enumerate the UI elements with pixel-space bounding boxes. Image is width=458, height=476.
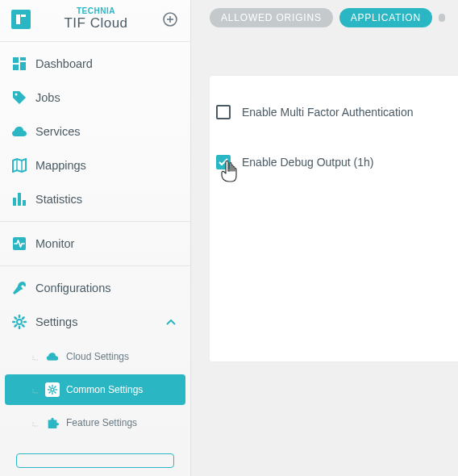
tree-connector-icon — [32, 353, 40, 361]
svg-rect-12 — [13, 198, 16, 206]
cloud-icon — [11, 123, 27, 140]
tab-bar: ALLOWED ORIGINS APPLICATION — [210, 0, 458, 35]
sub-item-label: Common Settings — [66, 384, 143, 395]
sub-item-label: Feature Settings — [66, 417, 137, 428]
gear-icon — [11, 314, 27, 330]
option-debug[interactable]: Enable Debug Output (1h) — [216, 150, 458, 174]
puzzle-icon — [45, 415, 60, 430]
sidebar-item-label: Services — [35, 125, 81, 138]
svg-rect-13 — [18, 193, 21, 206]
option-mfa[interactable]: Enable Multi Factor Authentication — [216, 100, 458, 124]
svg-rect-7 — [20, 62, 26, 70]
sidebar-item-label: Monitor — [35, 237, 74, 250]
pulse-icon — [11, 236, 27, 252]
settings-panel: Enable Multi Factor Authentication Enabl… — [210, 76, 458, 361]
nav-section-monitor: Monitor — [0, 222, 190, 266]
map-icon — [11, 157, 27, 173]
sidebar-item-label: Settings — [35, 315, 77, 328]
sub-item-cloud-settings[interactable]: Cloud Settings — [5, 341, 185, 372]
svg-point-17 — [51, 388, 54, 391]
tree-connector-icon — [32, 386, 40, 394]
nav-section-main: Dashboard Jobs Services Mappings Statist… — [0, 42, 190, 222]
sidebar-item-label: Configurations — [35, 282, 111, 294]
cloud-icon — [45, 349, 60, 364]
sidebar-item-label: Dashboard — [35, 57, 93, 70]
sidebar-item-statistics[interactable]: Statistics — [0, 182, 190, 216]
sidebar-item-label: Jobs — [35, 91, 60, 104]
brand-bottom: TIF Cloud — [31, 15, 161, 31]
sidebar-item-mappings[interactable]: Mappings — [0, 148, 190, 182]
sidebar-item-monitor[interactable]: Monitor — [0, 227, 190, 261]
main-content: ALLOWED ORIGINS APPLICATION Enable Multi… — [210, 0, 458, 476]
tab-overflow[interactable] — [439, 14, 445, 22]
sidebar-item-settings[interactable]: Settings — [0, 305, 190, 339]
checkbox-unchecked-icon[interactable] — [216, 105, 231, 119]
wrench-icon — [11, 280, 27, 296]
tab-allowed-origins[interactable]: ALLOWED ORIGINS — [210, 8, 333, 27]
sub-item-common-settings[interactable]: Common Settings — [5, 374, 185, 405]
svg-rect-1 — [21, 15, 26, 17]
brand-block: TECHNIA TIF Cloud — [31, 6, 161, 31]
chevron-up-icon — [166, 315, 176, 328]
sidebar-item-label: Mappings — [35, 159, 86, 172]
option-label: Enable Multi Factor Authentication — [242, 106, 413, 119]
brand-top: TECHNIA — [31, 6, 161, 15]
sub-item-label: Cloud Settings — [66, 351, 129, 362]
logo-icon — [15, 14, 27, 25]
svg-point-9 — [15, 94, 18, 96]
sidebar-item-label: Statistics — [35, 193, 82, 206]
settings-submenu: Cloud Settings Common Settings Feature S — [0, 341, 190, 447]
svg-rect-6 — [20, 57, 26, 61]
checkbox-checked-icon[interactable] — [216, 155, 231, 169]
dashboard-icon — [11, 56, 27, 72]
gear-box-icon — [45, 382, 60, 397]
nav-section-config: Configurations Settings Cloud Settings — [0, 266, 190, 476]
svg-rect-14 — [23, 200, 26, 206]
sidebar: TECHNIA TIF Cloud Dashboard Jobs — [0, 0, 191, 476]
sidebar-item-dashboard[interactable]: Dashboard — [0, 47, 190, 81]
option-label: Enable Debug Output (1h) — [242, 156, 373, 169]
sub-item-feature-settings[interactable]: Feature Settings — [5, 407, 185, 438]
sidebar-item-services[interactable]: Services — [0, 115, 190, 148]
svg-rect-8 — [13, 65, 19, 70]
sidebar-item-jobs[interactable]: Jobs — [0, 81, 190, 115]
sidebar-item-configurations[interactable]: Configurations — [0, 271, 190, 305]
sidebar-header: TECHNIA TIF Cloud — [0, 0, 190, 42]
app-logo[interactable] — [11, 10, 31, 29]
svg-rect-0 — [16, 15, 20, 24]
plus-circle-icon — [162, 11, 178, 27]
add-button[interactable] — [161, 10, 179, 28]
svg-point-16 — [17, 319, 22, 324]
actions-button[interactable] — [16, 453, 174, 468]
bars-icon — [11, 191, 27, 207]
tag-icon — [11, 90, 27, 106]
svg-rect-5 — [13, 57, 19, 63]
tree-connector-icon — [32, 419, 40, 427]
tab-application[interactable]: APPLICATION — [339, 8, 432, 27]
